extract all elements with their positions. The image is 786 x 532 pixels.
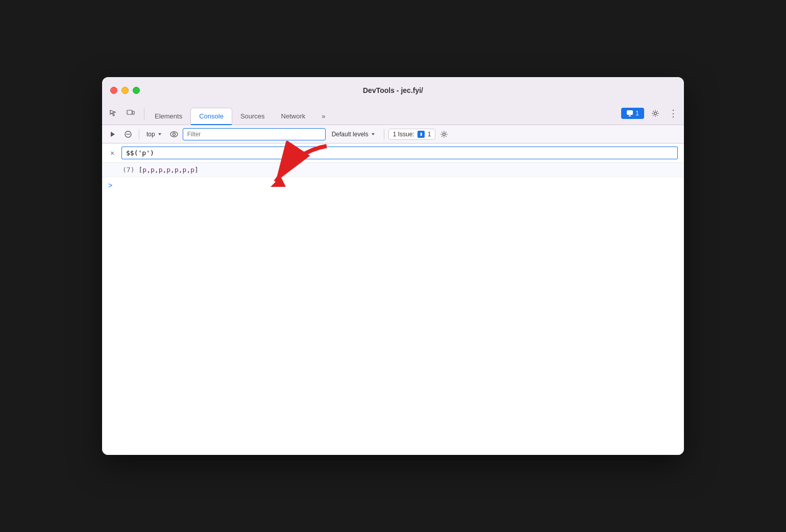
result-item-1: p [142, 166, 146, 174]
toolbar-divider-2 [384, 129, 384, 139]
clear-console-button[interactable] [121, 128, 135, 141]
console-prompt-symbol[interactable]: > [108, 181, 112, 189]
console-area: × (7) [ p , p , p , p , p , p , p ] [102, 143, 684, 455]
console-toolbar: top Default levels 1 Issue: ▮ 1 [102, 125, 684, 143]
inspect-element-button[interactable] [106, 106, 120, 120]
svg-point-8 [170, 132, 178, 137]
toolbar-divider-1 [139, 129, 139, 139]
console-input-row: × [102, 143, 684, 163]
traffic-lights [110, 87, 140, 94]
window-title: DevTools - jec.fyi/ [363, 86, 423, 94]
kebab-menu-button[interactable]: ⋮ [667, 108, 680, 119]
console-settings-button[interactable] [437, 128, 451, 141]
device-toggle-button[interactable] [124, 106, 138, 120]
issues-chat-icon: ▮ [417, 131, 425, 138]
result-open-bracket: [ [138, 166, 142, 174]
tab-sources[interactable]: Sources [232, 107, 273, 125]
tabs-right-controls: 1 ⋮ [621, 106, 680, 125]
console-result-row: (7) [ p , p , p , p , p , p , p ] [102, 163, 684, 177]
svg-rect-0 [127, 110, 132, 114]
tab-network[interactable]: Network [273, 107, 314, 125]
tab-elements[interactable]: Elements [146, 107, 190, 125]
tab-console[interactable]: Console [190, 108, 232, 125]
svg-marker-7 [158, 133, 161, 135]
svg-rect-2 [627, 110, 633, 115]
tab-more[interactable]: » [313, 107, 333, 125]
log-levels-button[interactable]: Default levels [328, 130, 380, 139]
result-item-5: p [175, 166, 179, 174]
minimize-button[interactable] [121, 87, 129, 94]
issues-count-button[interactable]: 1 Issue: ▮ 1 [388, 129, 436, 140]
devtools-window: DevTools - jec.fyi/ Elements Console [102, 77, 684, 455]
devtools-icons [106, 106, 138, 125]
issues-text: 1 Issue: [393, 131, 414, 138]
svg-point-9 [173, 133, 175, 135]
svg-marker-4 [111, 132, 115, 137]
svg-point-3 [654, 112, 657, 115]
issues-badge-button[interactable]: 1 [621, 108, 644, 119]
console-input[interactable] [121, 147, 678, 159]
result-item-3: p [159, 166, 163, 174]
maximize-button[interactable] [133, 87, 140, 94]
console-content: × (7) [ p , p , p , p , p , p , p ] [102, 143, 684, 455]
result-item-2: p [151, 166, 155, 174]
result-item-6: p [183, 166, 187, 174]
tab-divider-left [144, 108, 144, 120]
tabs-bar: Elements Console Sources Network » 1 [102, 104, 684, 125]
filter-input[interactable] [183, 128, 326, 140]
settings-gear-button[interactable] [648, 106, 662, 120]
result-item-7: p [190, 166, 194, 174]
context-selector[interactable]: top [143, 130, 165, 139]
console-clear-icon[interactable]: × [108, 149, 116, 157]
svg-rect-1 [132, 111, 134, 114]
result-item-4: p [166, 166, 170, 174]
title-bar: DevTools - jec.fyi/ [102, 77, 684, 104]
execute-script-button[interactable] [106, 128, 119, 141]
svg-marker-10 [372, 133, 375, 135]
close-button[interactable] [110, 87, 117, 94]
result-close-bracket: ] [194, 166, 199, 174]
badge-count: 1 [635, 110, 639, 117]
console-prompt-row: > [102, 177, 684, 194]
eye-button[interactable] [167, 128, 181, 141]
issues-number: 1 [428, 131, 431, 138]
svg-point-11 [443, 133, 446, 135]
result-count: (7) [122, 166, 134, 174]
